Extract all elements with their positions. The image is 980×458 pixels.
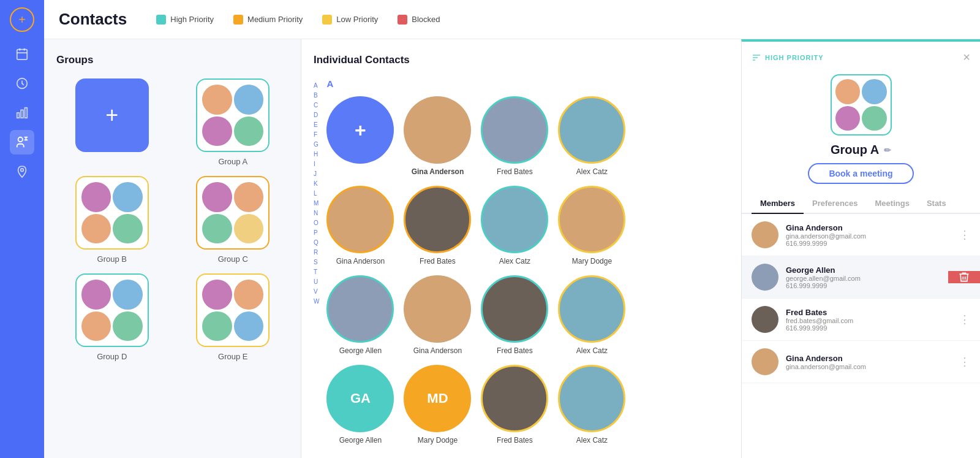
group-d-avatar-3: [81, 311, 111, 342]
member-info-gina-2: Gina Anderson gina.anderson@gmail.com: [786, 354, 952, 370]
book-meeting-button[interactable]: Book a meeting: [808, 163, 913, 184]
section-a: A: [326, 78, 729, 89]
fred-bates-name-4: Fred Bates: [497, 436, 533, 445]
contact-alex-catz-2[interactable]: Alex Catz: [481, 186, 548, 265]
contact-ga-initial[interactable]: GA George Allen: [326, 365, 394, 445]
alpha-U[interactable]: U: [314, 277, 319, 286]
alpha-O[interactable]: O: [314, 218, 319, 227]
group-b-item[interactable]: Group B: [56, 176, 168, 264]
contact-george-allen-1[interactable]: George Allen: [326, 275, 394, 355]
alpha-D[interactable]: D: [314, 110, 319, 120]
member-phone-gina: 616.999.9999: [786, 240, 952, 247]
member-menu-fred[interactable]: ⋮: [959, 313, 970, 326]
alpha-L[interactable]: L: [314, 189, 319, 198]
detail-avatar-2: [862, 79, 887, 104]
group-b-avatar-1: [81, 182, 111, 212]
contact-alex-catz-3[interactable]: Alex Catz: [558, 275, 625, 355]
gina-anderson-avatar-3: [404, 275, 471, 343]
group-c-avatar-3: [202, 214, 232, 244]
priority-icon: [752, 53, 761, 63]
group-d-thumb[interactable]: [75, 273, 149, 347]
contact-alex-catz-4[interactable]: Alex Catz: [558, 365, 625, 445]
member-item-fred: Fred Bates fred.bates@gmail.com 616.999.…: [742, 299, 980, 341]
alpha-C[interactable]: C: [314, 101, 319, 110]
md-initial-name: Mary Dodge: [418, 436, 458, 445]
detail-close-button[interactable]: ×: [963, 50, 970, 64]
alpha-J[interactable]: J: [314, 169, 319, 178]
member-phone-fred: 616.999.9999: [786, 324, 952, 332]
sidebar-item-contacts[interactable]: [10, 130, 34, 155]
mary-dodge-name-1: Mary Dodge: [572, 257, 612, 265]
alpha-V[interactable]: V: [314, 287, 319, 296]
tab-meetings[interactable]: Meetings: [867, 194, 918, 214]
add-group-thumb[interactable]: +: [75, 78, 149, 152]
member-info-george: George Allen george.allen@gmail.com 616.…: [786, 265, 931, 289]
alpha-A[interactable]: A: [314, 81, 319, 90]
group-d-avatar-2: [113, 280, 143, 310]
group-a-thumb[interactable]: [196, 78, 270, 152]
contact-fred-bates-2[interactable]: Fred Bates: [404, 186, 471, 265]
md-initial-avatar: MD: [404, 365, 471, 432]
tab-members[interactable]: Members: [752, 194, 804, 214]
member-avatar-george: [752, 264, 778, 291]
sidebar-add-button[interactable]: +: [10, 7, 34, 32]
add-contact-avatar: +: [326, 96, 394, 164]
group-a-item[interactable]: Group A: [178, 78, 289, 166]
add-group-item[interactable]: +: [56, 78, 168, 166]
alpha-H[interactable]: H: [314, 150, 319, 159]
contact-gina-anderson-1[interactable]: Gina Anderson: [404, 96, 471, 176]
contact-fred-bates-4[interactable]: Fred Bates: [481, 365, 548, 445]
group-b-thumb[interactable]: [75, 176, 149, 250]
priority-label-text: HIGH PRIORITY: [765, 54, 824, 61]
contact-fred-bates-1[interactable]: Fred Bates: [481, 96, 548, 176]
alpha-E[interactable]: E: [314, 120, 319, 129]
group-d-item[interactable]: Group D: [56, 273, 168, 361]
tab-stats[interactable]: Stats: [918, 194, 955, 214]
gina-anderson-name-1: Gina Anderson: [412, 167, 464, 176]
alex-catz-avatar-4: [558, 365, 625, 432]
alpha-Q[interactable]: Q: [314, 238, 319, 247]
alpha-S[interactable]: S: [314, 258, 319, 267]
delete-member-button[interactable]: [948, 271, 980, 283]
member-menu-gina[interactable]: ⋮: [959, 228, 970, 242]
alpha-M[interactable]: M: [314, 199, 319, 208]
edit-group-name-icon[interactable]: ✏: [884, 145, 891, 155]
group-e-name: Group E: [218, 352, 247, 361]
sidebar-item-location[interactable]: [10, 159, 34, 184]
alpha-N[interactable]: N: [314, 208, 319, 218]
add-contact-item[interactable]: +: [326, 96, 394, 176]
fred-bates-avatar-2: [404, 186, 471, 253]
group-e-avatar-2: [234, 280, 264, 310]
alpha-K[interactable]: K: [314, 179, 319, 188]
plus-icon: +: [18, 13, 26, 27]
alpha-B[interactable]: B: [314, 91, 319, 100]
alpha-W[interactable]: W: [314, 297, 319, 306]
svg-rect-6: [21, 110, 23, 118]
alpha-R[interactable]: R: [314, 248, 319, 257]
medium-priority-dot: [233, 15, 243, 25]
contact-gina-anderson-2[interactable]: Gina Anderson: [326, 186, 394, 265]
contact-gina-anderson-3[interactable]: Gina Anderson: [404, 275, 471, 355]
sidebar-item-clock[interactable]: [10, 71, 34, 96]
group-e-thumb[interactable]: [196, 273, 270, 347]
group-c-thumb[interactable]: [196, 176, 270, 250]
alpha-F[interactable]: F: [314, 130, 319, 139]
contact-fred-bates-3[interactable]: Fred Bates: [481, 275, 548, 355]
contact-mary-dodge-1[interactable]: Mary Dodge: [558, 186, 625, 265]
alpha-G[interactable]: G: [314, 140, 319, 149]
group-e-item[interactable]: Group E: [178, 273, 289, 361]
tab-preferences[interactable]: Preferences: [804, 194, 866, 214]
alpha-T[interactable]: T: [314, 267, 319, 277]
detail-group-thumb: [831, 74, 892, 135]
contact-md-initial[interactable]: MD Mary Dodge: [404, 365, 471, 445]
member-menu-gina-2[interactable]: ⋮: [959, 355, 970, 368]
groups-panel: Groups +: [44, 39, 301, 458]
contacts-layout: A B C D E F G H I J K L M N O P Q: [314, 78, 729, 454]
sidebar-item-chart[interactable]: [10, 101, 34, 125]
alex-catz-avatar-2: [481, 186, 548, 253]
sidebar-item-calendar[interactable]: [10, 42, 34, 66]
contact-alex-catz-1[interactable]: Alex Catz: [558, 96, 625, 176]
alpha-I[interactable]: I: [314, 159, 319, 169]
group-c-item[interactable]: Group C: [178, 176, 289, 264]
alpha-P[interactable]: P: [314, 228, 319, 237]
